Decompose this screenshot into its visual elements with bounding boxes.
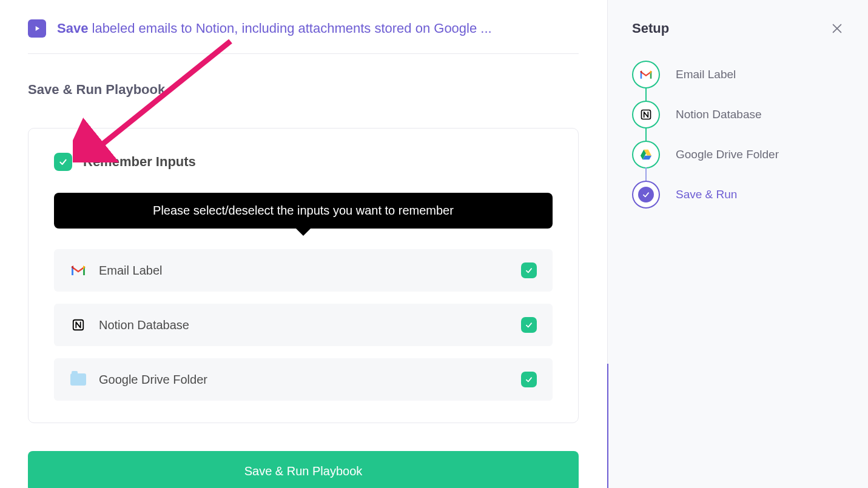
main-panel: Save labeled emails to Notion, including… <box>0 0 607 488</box>
setup-sidebar: Setup Email Label <box>607 0 868 488</box>
setup-steps: Email Label Notion Database Googl <box>632 55 844 215</box>
input-item-checkbox[interactable] <box>521 372 537 387</box>
input-item-checkbox[interactable] <box>521 262 537 278</box>
step-save-run[interactable]: Save & Run <box>632 175 844 215</box>
tooltip: Please select/deselect the inputs you wa… <box>54 193 553 229</box>
input-item-notion-database[interactable]: Notion Database <box>54 304 553 346</box>
remember-inputs-checkbox[interactable] <box>54 153 72 171</box>
step-notion-database[interactable]: Notion Database <box>632 95 844 135</box>
sidebar-title: Setup <box>632 21 669 36</box>
input-item-label: Email Label <box>99 264 509 278</box>
step-google-drive-folder[interactable]: Google Drive Folder <box>632 135 844 175</box>
playbook-title-bold: Save <box>57 21 88 36</box>
step-email-label[interactable]: Email Label <box>632 55 844 95</box>
playbook-icon <box>28 19 46 38</box>
save-run-button[interactable]: Save & Run Playbook <box>28 451 579 488</box>
input-item-checkbox[interactable] <box>521 317 537 333</box>
playbook-title: Save labeled emails to Notion, including… <box>57 21 492 36</box>
section-title: Save & Run Playbook <box>28 82 579 98</box>
remember-inputs-card: Remember Inputs Please select/deselect t… <box>28 128 579 423</box>
input-list: Email Label Notion Database <box>54 249 553 401</box>
step-label: Email Label <box>676 68 736 81</box>
gmail-icon <box>632 61 660 89</box>
close-button[interactable] <box>830 22 844 35</box>
playbook-title-rest: labeled emails to Notion, including atta… <box>88 21 491 36</box>
remember-inputs-row[interactable]: Remember Inputs <box>54 153 553 171</box>
gmail-icon <box>70 264 87 277</box>
notion-icon <box>70 318 87 332</box>
input-item-label: Google Drive Folder <box>99 373 509 387</box>
sidebar-header: Setup <box>632 21 844 36</box>
check-icon <box>632 181 660 209</box>
remember-inputs-label: Remember Inputs <box>83 154 196 170</box>
step-label: Notion Database <box>676 108 762 121</box>
notion-icon <box>632 101 660 129</box>
folder-icon <box>70 373 87 386</box>
input-item-label: Notion Database <box>99 318 509 332</box>
input-item-google-drive-folder[interactable]: Google Drive Folder <box>54 358 553 401</box>
step-label: Google Drive Folder <box>676 148 779 161</box>
gdrive-icon <box>632 141 660 169</box>
playbook-header: Save labeled emails to Notion, including… <box>28 19 579 54</box>
input-item-email-label[interactable]: Email Label <box>54 249 553 292</box>
step-label: Save & Run <box>676 188 737 201</box>
